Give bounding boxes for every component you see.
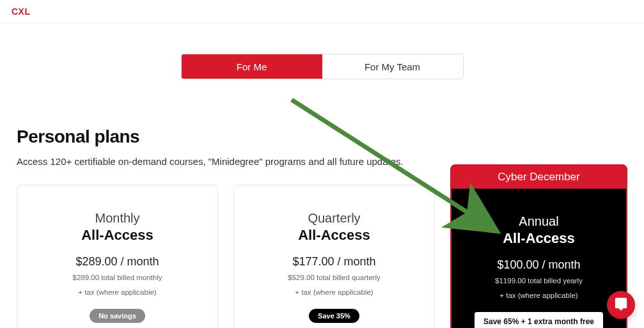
- savings-badge: No savings: [90, 309, 145, 323]
- plan-tax-detail: + tax (where applicable): [464, 290, 613, 301]
- chat-button[interactable]: [607, 291, 635, 319]
- plan-card-annual[interactable]: Cyber December Annual All-Access $100.00…: [450, 164, 627, 328]
- plan-tax-detail: + tax (where applicable): [247, 287, 421, 298]
- plan-name-top: Annual: [464, 214, 613, 229]
- plan-billing-detail: $289.00 total billed monthly: [30, 272, 205, 283]
- plan-billing-detail: $1199.00 total billed yearly: [464, 276, 613, 286]
- promo-banner: Cyber December: [452, 166, 626, 189]
- plan-billing-detail: $529.00 total billed quarterly: [247, 272, 421, 283]
- plan-name-bold: All-Access: [30, 227, 205, 244]
- plans-row: Monthly All-Access $289.00 / month $289.…: [17, 185, 627, 328]
- tab-for-me[interactable]: For Me: [182, 54, 322, 79]
- plan-name-bold: All-Access: [247, 227, 421, 244]
- chat-icon: [614, 297, 628, 313]
- plan-audience-tabs: For Me For My Team: [181, 54, 464, 79]
- tabs-container: For Me For My Team: [0, 54, 644, 79]
- savings-badge: Save 35%: [309, 309, 359, 323]
- plan-name-bold: All-Access: [464, 230, 613, 247]
- plan-name-top: Monthly: [30, 211, 205, 226]
- page-title: Personal plans: [17, 127, 627, 147]
- plan-name-top: Quarterly: [247, 211, 421, 226]
- plan-price: $100.00 / month: [464, 258, 613, 272]
- plan-tax-detail: + tax (where applicable): [30, 287, 205, 298]
- logo[interactable]: CXL: [12, 6, 31, 17]
- header-bar: CXL: [0, 0, 644, 23]
- plan-price: $177.00 / month: [247, 255, 421, 269]
- plan-card-monthly[interactable]: Monthly All-Access $289.00 / month $289.…: [17, 185, 218, 328]
- plan-card-quarterly[interactable]: Quarterly All-Access $177.00 / month $52…: [233, 185, 435, 328]
- savings-badge: Save 65% + 1 extra month free: [475, 312, 603, 329]
- main-content: Personal plans Access 120+ certifiable o…: [0, 127, 644, 328]
- tab-for-my-team[interactable]: For My Team: [322, 54, 463, 79]
- promo-body: Annual All-Access $100.00 / month $1199.…: [452, 189, 626, 328]
- plan-price: $289.00 / month: [30, 255, 205, 269]
